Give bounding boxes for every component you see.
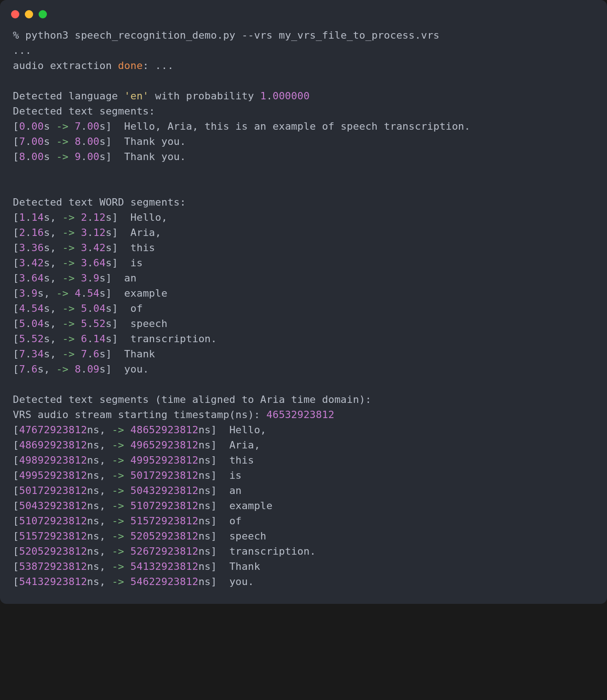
segment-line: [8.00s -> 9.00s] Thank you. — [13, 149, 594, 164]
aligned-segment-line: [47672923812ns, -> 48652923812ns] Hello, — [13, 422, 594, 437]
word-segment-line: [3.64s, -> 3.9s] an — [13, 270, 594, 286]
aligned-segment-line: [53872923812ns, -> 54132923812ns] Thank — [13, 559, 594, 574]
word-segment-line: [3.36s, -> 3.42s] this — [13, 240, 594, 255]
word-segment-line: [3.9s, -> 4.54s] example — [13, 286, 594, 301]
word-segment-line: [5.04s, -> 5.52s] speech — [13, 316, 594, 331]
word-segments-header: Detected text WORD segments: — [13, 195, 594, 210]
detected-language: Detected language 'en' with probability … — [13, 88, 594, 103]
word-segment-line: [4.54s, -> 5.04s] of — [13, 301, 594, 316]
aligned-segment-line: [51572923812ns, -> 52052923812ns] speech — [13, 528, 594, 544]
vrs-timestamp: VRS audio stream starting timestamp(ns):… — [13, 407, 594, 422]
word-segment-line: [3.42s, -> 3.64s] is — [13, 255, 594, 270]
maximize-icon[interactable] — [39, 10, 47, 18]
aligned-segment-line: [50172923812ns, -> 50432923812ns] an — [13, 483, 594, 498]
aligned-header: Detected text segments (time aligned to … — [13, 392, 594, 407]
word-segment-line: [1.14s, -> 2.12s] Hello, — [13, 210, 594, 225]
segment-line: [0.00s -> 7.00s] Hello, Aria, this is an… — [13, 119, 594, 134]
output-ellipsis: ... — [13, 43, 594, 58]
word-segment-line: [2.16s, -> 3.12s] Aria, — [13, 225, 594, 240]
aligned-segment-line: [50432923812ns, -> 51072923812ns] exampl… — [13, 498, 594, 513]
aligned-segment-line: [48692923812ns, -> 49652923812ns] Aria, — [13, 437, 594, 453]
terminal-window: % python3 speech_recognition_demo.py --v… — [0, 0, 607, 604]
window-titlebar — [0, 0, 607, 23]
word-segment-line: [5.52s, -> 6.14s] transcription. — [13, 331, 594, 346]
aligned-segment-line: [52052923812ns, -> 52672923812ns] transc… — [13, 544, 594, 559]
word-segment-line: [7.34s, -> 7.6s] Thank — [13, 346, 594, 361]
aligned-segment-line: [51072923812ns, -> 51572923812ns] of — [13, 513, 594, 528]
word-segment-line: [7.6s, -> 8.09s] you. — [13, 361, 594, 377]
command-line: % python3 speech_recognition_demo.py --v… — [13, 28, 594, 43]
aligned-segment-line: [49892923812ns, -> 49952923812ns] this — [13, 453, 594, 468]
terminal-content[interactable]: % python3 speech_recognition_demo.py --v… — [0, 23, 607, 593]
minimize-icon[interactable] — [25, 10, 33, 18]
aligned-segment-line: [54132923812ns, -> 54622923812ns] you. — [13, 574, 594, 589]
segments-header: Detected text segments: — [13, 103, 594, 119]
aligned-segment-line: [49952923812ns, -> 50172923812ns] is — [13, 468, 594, 483]
segment-line: [7.00s -> 8.00s] Thank you. — [13, 134, 594, 149]
output-extraction: audio extraction done: ... — [13, 58, 594, 73]
close-icon[interactable] — [11, 10, 19, 18]
